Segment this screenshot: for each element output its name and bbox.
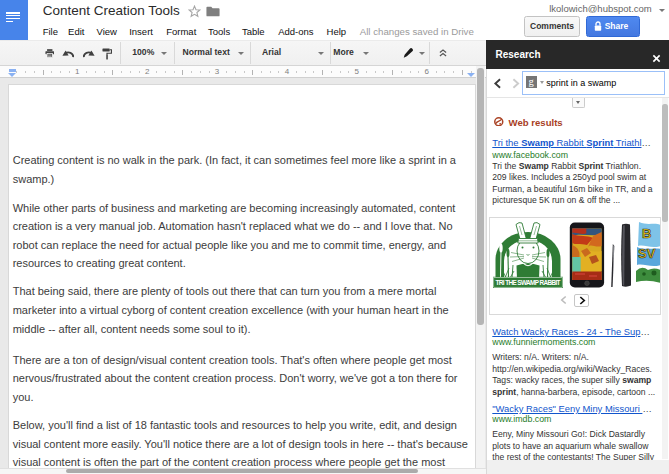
svg-text:B: B bbox=[642, 226, 651, 241]
svg-text:SV: SV bbox=[638, 246, 656, 261]
svg-text:TRI THE SWAMP RABBIT: TRI THE SWAMP RABBIT bbox=[495, 279, 560, 286]
